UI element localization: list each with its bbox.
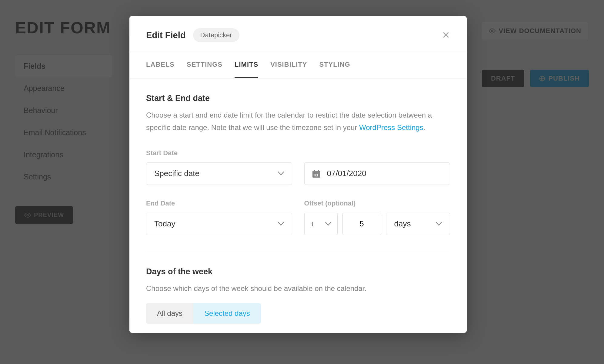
tab-styling[interactable]: STYLING bbox=[319, 52, 350, 78]
field-type-chip: Datepicker bbox=[193, 28, 239, 42]
offset-unit-select[interactable]: days bbox=[386, 213, 450, 235]
all-days-button[interactable]: All days bbox=[146, 303, 193, 324]
offset-unit-value: days bbox=[394, 219, 411, 229]
chevron-down-icon bbox=[278, 222, 284, 226]
close-icon[interactable]: ✕ bbox=[442, 30, 450, 40]
tab-labels[interactable]: LABELS bbox=[146, 52, 175, 78]
divider bbox=[146, 250, 450, 250]
chevron-down-icon bbox=[278, 172, 284, 175]
calendar-icon bbox=[312, 170, 320, 178]
modal-tabs: LABELS SETTINGS LIMITS VISIBILITY STYLIN… bbox=[129, 52, 467, 78]
selected-days-button[interactable]: Selected days bbox=[193, 303, 261, 324]
start-date-type-select[interactable]: Specific date bbox=[146, 162, 292, 185]
tab-visibility[interactable]: VISIBILITY bbox=[270, 52, 307, 78]
days-of-week-heading: Days of the week bbox=[146, 267, 450, 276]
tab-settings[interactable]: SETTINGS bbox=[187, 52, 222, 78]
end-date-type-value: Today bbox=[154, 219, 175, 229]
modal-title: Edit Field bbox=[146, 30, 186, 40]
start-end-date-heading: Start & End date bbox=[146, 94, 450, 103]
spacer bbox=[304, 149, 450, 157]
offset-label: Offset (optional) bbox=[304, 199, 450, 207]
start-end-date-description: Choose a start and end date limit for th… bbox=[146, 109, 450, 134]
end-date-label: End Date bbox=[146, 199, 292, 207]
start-date-input[interactable] bbox=[304, 162, 450, 185]
edit-field-modal: Edit Field Datepicker ✕ LABELS SETTINGS … bbox=[129, 16, 467, 333]
start-date-type-value: Specific date bbox=[154, 169, 199, 178]
start-date-field[interactable] bbox=[327, 169, 442, 178]
wordpress-settings-link[interactable]: WordPress Settings bbox=[359, 123, 423, 132]
offset-sign-value: + bbox=[311, 219, 315, 229]
start-date-label: Start Date bbox=[146, 149, 292, 157]
tab-limits[interactable]: LIMITS bbox=[235, 52, 258, 78]
offset-number-input[interactable] bbox=[342, 213, 381, 235]
chevron-down-icon bbox=[436, 222, 442, 226]
chevron-down-icon bbox=[325, 222, 331, 226]
end-date-type-select[interactable]: Today bbox=[146, 213, 292, 235]
days-of-week-description: Choose which days of the week should be … bbox=[146, 282, 450, 295]
offset-number-field[interactable] bbox=[343, 219, 381, 229]
days-segmented-control: All days Selected days bbox=[146, 303, 450, 324]
offset-sign-select[interactable]: + bbox=[304, 213, 338, 235]
